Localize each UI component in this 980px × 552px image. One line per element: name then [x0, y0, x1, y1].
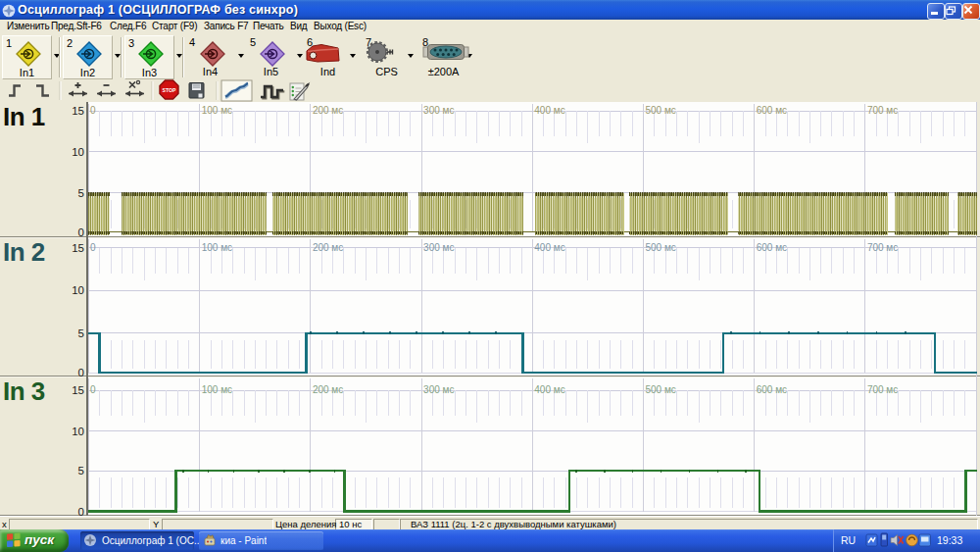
svg-text:600 мс: 600 мс [757, 105, 787, 116]
svg-text:700 мс: 700 мс [867, 384, 898, 395]
svg-text:In 1: In 1 [3, 102, 45, 131]
svg-text:200 мс: 200 мс [313, 384, 343, 395]
svg-text:5: 5 [78, 327, 84, 339]
svg-text:15: 15 [72, 242, 84, 254]
svg-text:5: 5 [78, 187, 84, 199]
svg-text:STOP: STOP [162, 87, 176, 93]
svg-text:700 мс: 700 мс [867, 242, 898, 253]
svg-text:In 2: In 2 [3, 237, 45, 267]
svg-text:15: 15 [72, 105, 84, 117]
svg-text:200 мс: 200 мс [313, 242, 343, 253]
svg-text:0: 0 [90, 105, 96, 116]
svg-text:600 мс: 600 мс [757, 242, 787, 253]
svg-text:15: 15 [72, 384, 84, 396]
svg-text:500 мс: 500 мс [646, 105, 676, 116]
svg-text:10: 10 [72, 284, 84, 296]
svg-text:700 мс: 700 мс [867, 105, 898, 116]
svg-text:0: 0 [78, 367, 84, 378]
svg-text:10: 10 [72, 426, 84, 437]
svg-text:10: 10 [72, 146, 84, 158]
svg-text:100 мс: 100 мс [202, 105, 232, 116]
svg-text:0: 0 [78, 506, 84, 517]
svg-text:0: 0 [78, 226, 84, 238]
svg-text:400 мс: 400 мс [534, 384, 564, 395]
svg-text:300 мс: 300 мс [423, 242, 454, 253]
svg-text:5: 5 [78, 465, 84, 477]
svg-text:100 мс: 100 мс [202, 384, 232, 395]
svg-text:In 3: In 3 [3, 376, 45, 406]
svg-text:400 мс: 400 мс [534, 242, 564, 253]
svg-text:0: 0 [90, 242, 96, 253]
svg-text:500 мс: 500 мс [646, 242, 676, 253]
svg-text:100 мс: 100 мс [202, 242, 232, 253]
svg-text:600 мс: 600 мс [757, 384, 787, 395]
svg-text:0: 0 [90, 384, 96, 395]
svg-text:300 мс: 300 мс [423, 384, 454, 395]
svg-text:200 мс: 200 мс [313, 105, 343, 116]
svg-text:500 мс: 500 мс [646, 384, 676, 395]
svg-text:300 мс: 300 мс [423, 105, 454, 116]
svg-text:400 мс: 400 мс [534, 105, 564, 116]
